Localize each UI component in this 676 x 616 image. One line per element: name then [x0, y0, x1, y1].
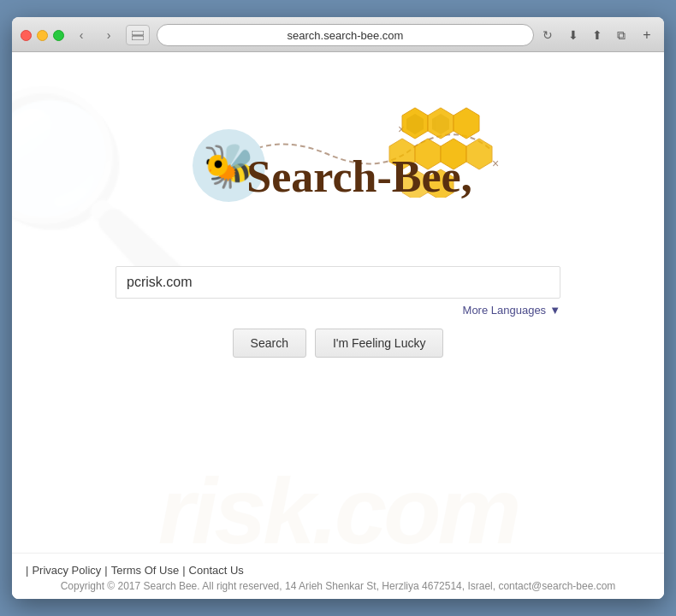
browser-window: ‹ › search.search-bee.com ↻ ⬇ ⬆ ⧉ [12, 17, 664, 599]
footer-separator-3: | [182, 564, 185, 577]
tab-view-toggle[interactable] [126, 25, 150, 45]
browser-chrome: ‹ › search.search-bee.com ↻ ⬇ ⬆ ⧉ [12, 17, 664, 52]
buttons-row: Search I'm Feeling Lucky [233, 329, 444, 358]
duplicate-tab-button[interactable]: ⧉ [611, 25, 632, 45]
more-languages-arrow: ▼ [549, 304, 560, 317]
address-bar[interactable]: search.search-bee.com [157, 24, 534, 46]
terms-of-use-link[interactable]: Terms Of Use [111, 564, 179, 577]
share-button[interactable]: ⬆ [587, 25, 608, 45]
lucky-button[interactable]: I'm Feeling Lucky [315, 329, 444, 358]
svg-rect-1 [132, 36, 144, 40]
contact-us-link[interactable]: Contact Us [189, 564, 244, 577]
forward-button[interactable]: › [98, 25, 119, 45]
more-languages-row: More Languages ▼ [116, 304, 560, 317]
download-button[interactable]: ⬇ [563, 25, 584, 45]
minimize-button[interactable] [37, 30, 48, 41]
maximize-button[interactable] [53, 30, 64, 41]
svg-rect-0 [132, 31, 144, 35]
back-button[interactable]: ‹ [71, 25, 92, 45]
privacy-policy-link[interactable]: Privacy Policy [32, 564, 101, 577]
reload-button[interactable]: ↻ [539, 27, 556, 44]
close-button[interactable] [21, 30, 32, 41]
footer-copyright: Copyright © 2017 Search Bee. All right r… [26, 580, 650, 592]
page-footer: | Privacy Policy | Terms Of Use | Contac… [12, 553, 664, 599]
brand-name: Search-Bee, [246, 151, 471, 202]
footer-separator-2: | [104, 564, 107, 577]
browser-actions: ⬇ ⬆ ⧉ [563, 25, 632, 45]
search-input[interactable] [116, 266, 560, 299]
more-languages-label: More Languages [463, 304, 547, 317]
more-languages-link[interactable]: More Languages ▼ [463, 304, 560, 317]
url-text: search.search-bee.com [288, 29, 404, 42]
search-button[interactable]: Search [233, 329, 306, 358]
svg-marker-6 [454, 108, 479, 139]
footer-separator-1: | [26, 564, 28, 577]
search-box-container [116, 266, 560, 299]
logo-area: × × 🐝 [158, 104, 518, 240]
main-content: × × 🐝 [12, 52, 664, 358]
traffic-lights [21, 30, 64, 41]
page-content: 🔍 risk.com × × 🐝 [12, 52, 664, 599]
footer-links: | Privacy Policy | Terms Of Use | Contac… [26, 564, 650, 577]
add-tab-button[interactable]: + [638, 27, 655, 44]
